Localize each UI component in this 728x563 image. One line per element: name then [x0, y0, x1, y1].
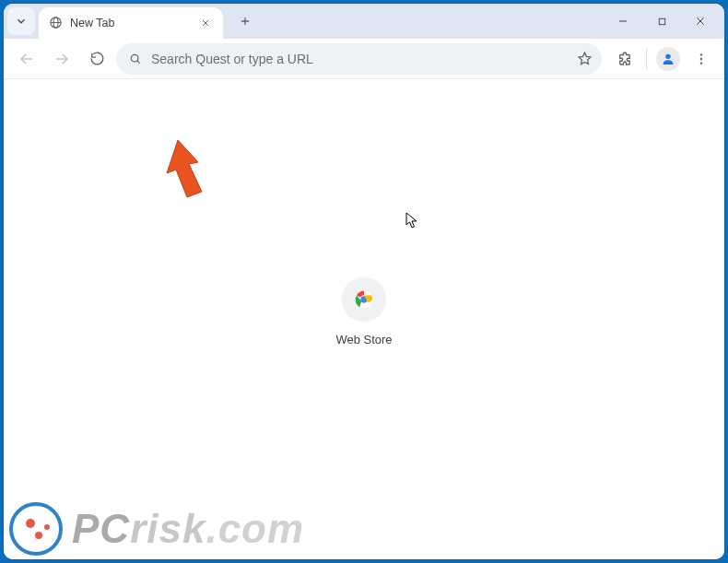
- extensions-button[interactable]: [609, 43, 640, 75]
- title-bar: New Tab: [4, 4, 724, 39]
- reload-icon: [89, 51, 105, 66]
- svg-marker-24: [406, 213, 417, 228]
- window-minimize-button[interactable]: [605, 7, 641, 35]
- cursor-icon: [405, 212, 418, 229]
- svg-point-16: [665, 53, 670, 58]
- search-icon: [129, 53, 142, 65]
- svg-point-19: [700, 62, 702, 64]
- window-close-button[interactable]: [682, 7, 719, 35]
- watermark-badge-icon: [9, 502, 63, 556]
- mouse-cursor: [405, 212, 418, 232]
- window-controls: [605, 6, 721, 39]
- ntp-shortcuts: Web Store: [4, 277, 724, 346]
- svg-marker-15: [579, 53, 591, 64]
- web-store-icon: [342, 277, 386, 322]
- watermark-text: PCrisk.com: [72, 506, 304, 552]
- star-icon: [577, 51, 593, 66]
- ntp-tile-web-store[interactable]: Web Store: [313, 277, 415, 346]
- avatar: [656, 47, 680, 71]
- new-tab-page: Web Store PCrisk.com: [4, 79, 724, 559]
- maximize-icon: [657, 17, 667, 27]
- arrow-left-icon: [18, 51, 35, 67]
- nav-back-button[interactable]: [11, 43, 42, 75]
- window-maximize-button[interactable]: [643, 7, 680, 35]
- toolbar-right: [609, 43, 717, 75]
- plus-icon: [239, 15, 252, 28]
- omnibox[interactable]: [116, 43, 602, 75]
- arrow-right-icon: [53, 51, 70, 67]
- close-icon: [695, 16, 706, 27]
- tab-close-button[interactable]: [197, 15, 214, 31]
- toolbar-divider: [646, 49, 647, 69]
- chevron-down-icon: [15, 15, 28, 28]
- puzzle-icon: [616, 51, 633, 67]
- svg-line-14: [137, 60, 140, 63]
- title-bar-left: New Tab: [7, 6, 258, 39]
- new-tab-button[interactable]: [232, 8, 258, 34]
- globe-icon: [48, 16, 63, 30]
- browser-window: New Tab: [4, 4, 724, 559]
- annotation-arrow: [156, 136, 220, 214]
- ntp-tile-label: Web Store: [335, 333, 392, 346]
- tab-title: New Tab: [70, 17, 114, 29]
- toolbar: [4, 39, 724, 79]
- person-icon: [661, 52, 675, 66]
- search-tabs-button[interactable]: [7, 7, 35, 35]
- svg-marker-23: [167, 140, 202, 197]
- tab-active[interactable]: New Tab: [39, 7, 223, 39]
- svg-point-17: [700, 53, 702, 55]
- watermark: PCrisk.com: [9, 502, 304, 556]
- close-icon: [201, 18, 210, 28]
- minimize-icon: [617, 16, 628, 27]
- nav-forward-button[interactable]: [46, 43, 77, 75]
- address-input[interactable]: [151, 52, 568, 66]
- svg-point-18: [700, 57, 702, 59]
- menu-button[interactable]: [686, 43, 717, 75]
- kebab-icon: [694, 52, 709, 66]
- bookmark-button[interactable]: [577, 51, 593, 66]
- reload-button[interactable]: [81, 43, 112, 75]
- profile-button[interactable]: [652, 43, 684, 75]
- svg-point-13: [131, 54, 138, 62]
- svg-rect-8: [659, 18, 664, 24]
- arrow-up-left-icon: [156, 136, 220, 210]
